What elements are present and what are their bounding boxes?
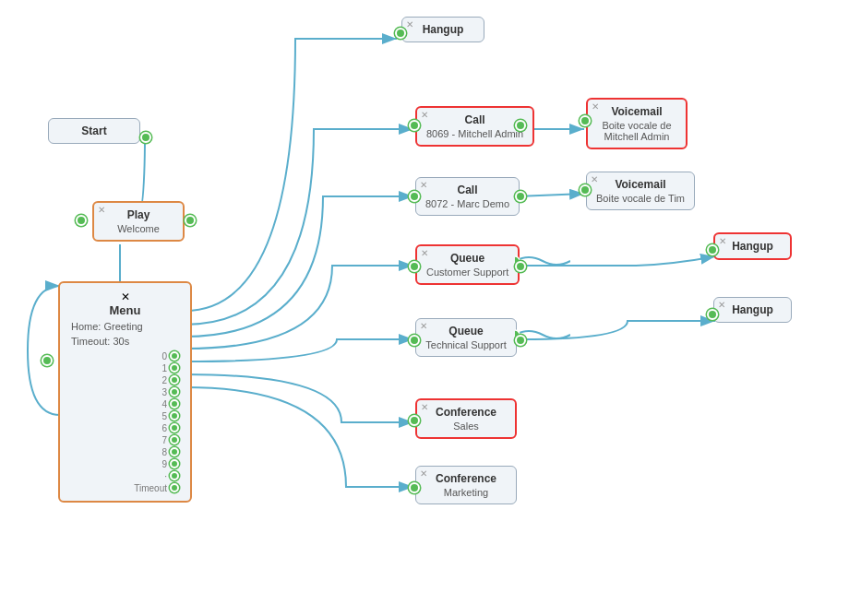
menu-port-5[interactable] <box>170 411 179 421</box>
play-sub: Welcome <box>103 223 173 234</box>
menu-port-8[interactable] <box>170 447 179 456</box>
voicemail2-in-port[interactable] <box>580 184 591 195</box>
queue2-title: Queue <box>425 325 507 338</box>
menu-title: Menu <box>71 303 179 317</box>
call2-title: Call <box>425 184 509 196</box>
conf1-close-icon[interactable]: ✕ <box>421 402 428 412</box>
hangup1-node[interactable]: ✕ Hangup <box>401 17 484 42</box>
conf2-title: Conference <box>425 472 507 485</box>
menu-home: Home: Greeting <box>71 321 179 332</box>
conf2-sub: Marketing <box>425 487 507 498</box>
conf1-title: Conference <box>426 406 506 419</box>
queue2-out-port[interactable] <box>515 335 526 346</box>
hangup1-close-icon[interactable]: ✕ <box>406 19 413 30</box>
conf1-in-port[interactable] <box>409 415 420 426</box>
hangup3-in-port[interactable] <box>707 309 718 320</box>
hangup1-label: Hangup <box>412 23 474 36</box>
play-node[interactable]: ✕ Play Welcome <box>92 201 185 242</box>
play-in-port[interactable] <box>76 215 87 226</box>
voicemail1-in-port[interactable] <box>580 115 591 126</box>
voicemail1-sub: Boite vocale deMitchell Admin <box>597 120 676 142</box>
hangup1-in-port[interactable] <box>395 28 406 39</box>
call1-sub: 8069 - Mitchell Admin <box>426 128 523 139</box>
play-close-icon[interactable]: ✕ <box>98 205 105 215</box>
queue1-node[interactable]: ✕ Queue Customer Support <box>415 244 520 285</box>
menu-port-1[interactable] <box>170 363 179 373</box>
conf1-sub: Sales <box>426 421 506 432</box>
start-label: Start <box>81 124 106 137</box>
menu-timeout: Timeout: 30s <box>71 336 179 347</box>
start-out-port[interactable] <box>140 132 151 143</box>
play-out-port[interactable] <box>185 215 196 226</box>
menu-port-timeout[interactable] <box>170 483 179 492</box>
hangup2-node[interactable]: ✕ Hangup <box>713 232 792 260</box>
menu-port-9[interactable] <box>170 459 179 468</box>
queue1-in-port[interactable] <box>409 261 420 272</box>
menu-port-7[interactable] <box>170 435 179 444</box>
call1-title: Call <box>426 113 523 126</box>
hangup3-node[interactable]: ✕ Hangup <box>713 297 792 323</box>
hangup2-close-icon[interactable]: ✕ <box>719 236 726 246</box>
queue1-out-port[interactable] <box>515 261 526 272</box>
queue1-close-icon[interactable]: ✕ <box>421 248 428 258</box>
voicemail1-close-icon[interactable]: ✕ <box>592 101 599 112</box>
call2-node[interactable]: ✕ Call 8072 - Marc Demo <box>415 177 520 216</box>
conf2-node[interactable]: ✕ Conference Marketing <box>415 466 517 504</box>
menu-in-port[interactable] <box>42 355 53 366</box>
conf2-in-port[interactable] <box>409 482 420 493</box>
queue2-node[interactable]: ✕ Queue Technical Support <box>415 318 517 357</box>
play-title: Play <box>103 208 173 221</box>
queue1-title: Queue <box>426 252 508 265</box>
voicemail2-title: Voicemail <box>596 178 685 191</box>
conf1-node[interactable]: ✕ Conference Sales <box>415 398 517 439</box>
menu-close-icon[interactable]: ✕ <box>121 290 130 303</box>
menu-node[interactable]: ✕ Menu Home: Greeting Timeout: 30s 0 1 2… <box>58 281 192 503</box>
voicemail2-node[interactable]: ✕ Voicemail Boite vocale de Tim <box>586 172 695 210</box>
queue2-close-icon[interactable]: ✕ <box>420 321 427 331</box>
menu-port-2[interactable] <box>170 375 179 385</box>
menu-port-6[interactable] <box>170 423 179 432</box>
voicemail1-title: Voicemail <box>597 105 676 118</box>
flow-canvas: Start ✕ Play Welcome ✕ Menu Home: Greeti… <box>0 0 861 616</box>
queue2-in-port[interactable] <box>409 335 420 346</box>
menu-port-4[interactable] <box>170 399 179 409</box>
voicemail2-sub: Boite vocale de Tim <box>596 193 685 204</box>
hangup2-in-port[interactable] <box>707 244 718 255</box>
call1-out-port[interactable] <box>515 120 526 131</box>
conf2-close-icon[interactable]: ✕ <box>420 468 427 479</box>
menu-port-0[interactable] <box>170 351 179 361</box>
queue2-sub: Technical Support <box>425 339 507 350</box>
menu-port-3[interactable] <box>170 387 179 397</box>
voicemail1-node[interactable]: ✕ Voicemail Boite vocale deMitchell Admi… <box>586 98 688 149</box>
hangup2-label: Hangup <box>724 240 781 253</box>
hangup3-label: Hangup <box>723 303 782 316</box>
menu-port-dot[interactable] <box>170 471 179 480</box>
voicemail2-close-icon[interactable]: ✕ <box>591 174 598 184</box>
call2-in-port[interactable] <box>409 191 420 202</box>
queue1-sub: Customer Support <box>426 267 508 278</box>
call2-close-icon[interactable]: ✕ <box>420 180 427 190</box>
start-node[interactable]: Start <box>48 118 140 144</box>
call1-in-port[interactable] <box>409 120 420 131</box>
call1-close-icon[interactable]: ✕ <box>421 110 428 120</box>
hangup3-close-icon[interactable]: ✕ <box>718 300 725 310</box>
call2-out-port[interactable] <box>515 191 526 202</box>
call2-sub: 8072 - Marc Demo <box>425 198 509 209</box>
